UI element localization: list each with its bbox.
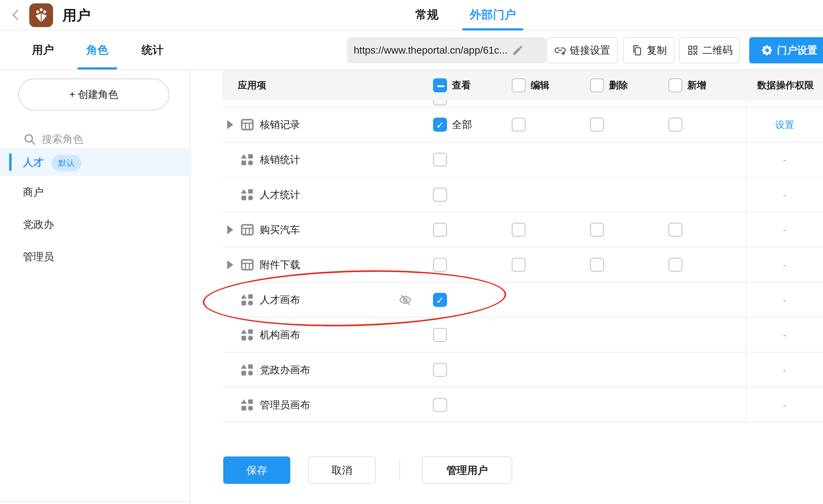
edit-checkbox[interactable] — [512, 117, 526, 132]
box-people-icon — [32, 6, 50, 24]
search-role-input[interactable]: 搜索角色 — [23, 131, 169, 148]
edit-url-icon[interactable] — [512, 44, 524, 56]
role-name: 商户 — [23, 186, 44, 198]
app-item-name: 附件下载 — [260, 258, 300, 271]
header-view: 查看 — [452, 70, 471, 100]
delete-checkbox[interactable] — [590, 223, 604, 237]
cancel-button[interactable]: 取消 — [308, 457, 376, 484]
dashboard-icon — [240, 153, 254, 167]
view-checkbox[interactable] — [433, 223, 447, 237]
dashboard-icon — [240, 328, 254, 342]
data-permission-cell: - — [746, 247, 823, 282]
create-role-button[interactable]: + 创建角色 — [18, 79, 169, 110]
table-row: 管理员画布- — [222, 388, 823, 423]
table-row: 购买汽车- — [222, 212, 823, 247]
delete-checkbox[interactable] — [590, 117, 604, 132]
manage-users-button[interactable]: 管理用户 — [422, 457, 512, 484]
role-name: 党政办 — [23, 219, 54, 230]
table-row: 核销统计- — [222, 142, 823, 177]
header-data-permission: 数据操作权限 — [755, 70, 816, 100]
roles-sidebar: + 创建角色 搜索角色 人才默认商户党政办管理员 — [0, 70, 191, 504]
expand-arrow-icon[interactable] — [226, 120, 234, 129]
back-button[interactable] — [9, 8, 23, 22]
add-all-checkbox[interactable] — [668, 78, 682, 92]
footer-divider — [399, 461, 400, 480]
permission-dash: - — [783, 282, 786, 317]
copy-icon — [631, 44, 643, 56]
app-item-name: 管理员画布 — [260, 398, 310, 412]
role-name: 管理员 — [23, 251, 54, 262]
permission-dash: - — [783, 352, 786, 388]
eye-off-icon — [398, 293, 412, 307]
sidebar-role-item[interactable]: 管理员 — [0, 240, 191, 273]
portal-url: https://www.theportal.cn/app/61c... — [354, 44, 507, 56]
edit-checkbox[interactable] — [512, 258, 526, 272]
view-checkbox[interactable] — [433, 258, 447, 272]
add-checkbox[interactable] — [668, 223, 682, 237]
data-permission-cell: - — [746, 177, 823, 212]
portal-toolbar: 用户 角色 统计 https://www.theportal.cn/app/61… — [0, 30, 823, 70]
data-permission-cell: - — [746, 142, 823, 177]
header-edit: 编辑 — [530, 70, 549, 100]
permissions-content: 应用项 查看 编辑 删除 新增 数据操作权限 核销记录全部设置核销统计-人才统计… — [191, 70, 823, 504]
edit-all-checkbox[interactable] — [512, 78, 526, 92]
save-button[interactable]: 保存 — [223, 457, 290, 484]
table-row: 人才统计- — [222, 177, 823, 212]
permission-column-divider — [746, 100, 747, 423]
page-title: 用户 — [62, 0, 91, 30]
default-badge: 默认 — [51, 155, 81, 171]
sidebar-role-item[interactable]: 商户 — [0, 176, 191, 208]
app-item-name: 党政办画布 — [260, 363, 310, 376]
portal-settings-button[interactable]: 门户设置 — [749, 37, 823, 63]
dashboard-icon — [240, 293, 254, 307]
table-row: 机构画布- — [222, 317, 823, 352]
data-permission-cell: - — [746, 388, 823, 422]
view-scope-label: 全部 — [452, 117, 472, 131]
permission-dash: - — [783, 317, 786, 352]
view-checkbox[interactable] — [433, 188, 447, 202]
data-permission-cell: - — [746, 212, 823, 247]
link-settings-button[interactable]: 链接设置 — [546, 37, 618, 63]
table-row: 党政办画布- — [222, 352, 823, 388]
portal-url-field[interactable]: https://www.theportal.cn/app/61c... — [347, 37, 546, 63]
view-checkbox[interactable] — [433, 117, 447, 132]
expand-arrow-icon[interactable] — [226, 260, 234, 269]
edit-checkbox[interactable] — [512, 223, 526, 237]
view-checkbox[interactable] — [433, 153, 447, 167]
view-all-checkbox[interactable] — [433, 78, 447, 92]
view-checkbox[interactable] — [433, 328, 447, 342]
permission-settings-link[interactable]: 设置 — [775, 107, 794, 142]
tab-general[interactable]: 常规 — [405, 0, 448, 30]
delete-all-checkbox[interactable] — [590, 78, 604, 92]
view-checkbox[interactable] — [433, 293, 447, 307]
form-icon — [240, 223, 254, 237]
view-checkbox[interactable] — [433, 398, 447, 412]
view-checkbox[interactable] — [433, 363, 447, 377]
tab-statistics[interactable]: 统计 — [141, 30, 164, 69]
expand-arrow-icon[interactable] — [226, 225, 234, 234]
dashboard-icon — [240, 188, 254, 202]
permission-dash: - — [783, 142, 786, 177]
page: 用户 常规 外部门户 用户 角色 统计 https://www.theporta… — [0, 0, 823, 504]
table-row: 核销记录全部设置 — [222, 107, 823, 142]
tab-external-portal[interactable]: 外部门户 — [462, 0, 523, 30]
sidebar-role-item[interactable]: 党政办 — [0, 208, 191, 240]
qr-code-button[interactable]: 二维码 — [679, 37, 740, 63]
sidebar-role-item[interactable]: 人才默认 — [0, 148, 191, 176]
add-checkbox[interactable] — [668, 117, 682, 132]
delete-checkbox[interactable] — [590, 258, 604, 272]
permission-dash: - — [783, 388, 786, 423]
add-checkbox[interactable] — [668, 258, 682, 272]
tab-users[interactable]: 用户 — [32, 30, 54, 69]
table-body: 核销记录全部设置核销统计-人才统计-购买汽车-附件下载-人才画布-机构画布-党政… — [222, 107, 823, 423]
permission-dash: - — [783, 212, 786, 247]
data-permission-cell: - — [746, 317, 823, 352]
header-app-item: 应用项 — [238, 70, 266, 100]
copy-button[interactable]: 复制 — [623, 37, 674, 63]
permissions-table: 应用项 查看 编辑 删除 新增 数据操作权限 核销记录全部设置核销统计-人才统计… — [222, 70, 823, 423]
gear-icon — [761, 44, 773, 56]
clipped-scrolled-row — [222, 100, 823, 107]
tab-roles[interactable]: 角色 — [77, 30, 117, 69]
table-row: 人才画布- — [222, 282, 823, 317]
header-add: 新增 — [687, 70, 706, 100]
